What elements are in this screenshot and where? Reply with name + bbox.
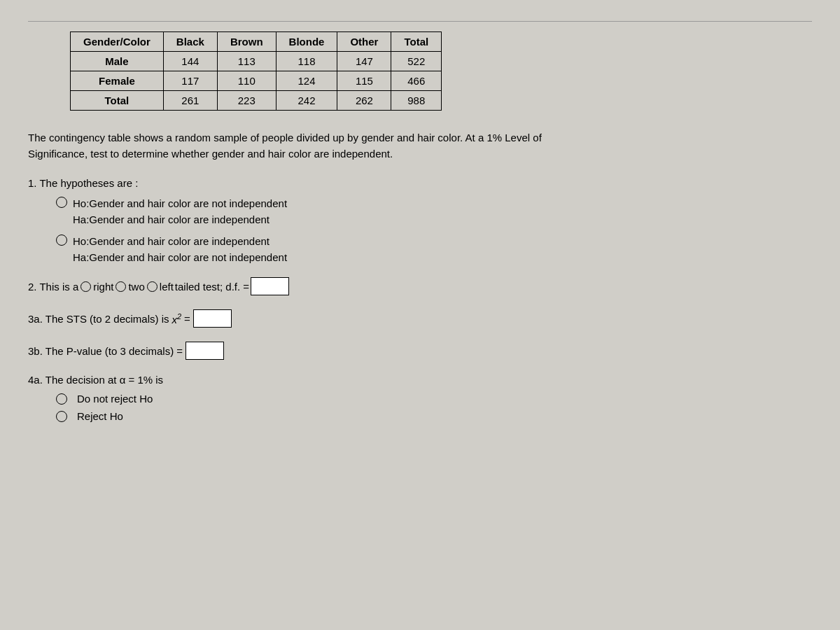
col-header-brown: Brown [217, 32, 276, 52]
q2-right-text: right [93, 281, 113, 293]
q1-option2-sub-text: Ha:Gender and hair color are not indepen… [73, 251, 287, 263]
cell-total-blonde: 242 [276, 91, 337, 111]
q4-option1-text: Do not reject Ho [77, 393, 153, 405]
question-4: 4a. The decision at α = 1% is Do not rej… [28, 374, 812, 422]
q4-title: 4a. The decision at α = 1% is [28, 374, 812, 386]
cell-total-brown: 223 [217, 91, 276, 111]
q1-option1-sub: Ha:Gender and hair color are independent [73, 214, 812, 225]
cell-female-other: 115 [337, 71, 391, 91]
q3a-label: 3a. The STS (to 2 decimals) is [28, 313, 169, 325]
question-3a: 3a. The STS (to 2 decimals) is x2 = [28, 309, 812, 328]
question-2: 2. This is a right two left tailed test;… [28, 277, 812, 295]
q2-radio-two[interactable] [115, 281, 126, 292]
question-3b: 3b. The P-value (to 3 decimals) = [28, 342, 812, 360]
cell-male-total: 522 [391, 52, 442, 71]
q4-option2-row: Reject Ho [56, 410, 812, 422]
q1-option2-sub: Ha:Gender and hair color are not indepen… [73, 251, 812, 263]
q3b-label: 3b. The P-value (to 3 decimals) = [28, 345, 183, 357]
q1-radio2[interactable] [56, 234, 67, 246]
q2-left-text: left [160, 281, 174, 293]
q1-option1-group: Ho:Gender and hair color are not indepen… [56, 196, 812, 225]
q3a-equals: = [184, 313, 190, 325]
cell-female-black: 117 [163, 71, 217, 91]
q4-option2-text: Reject Ho [77, 410, 123, 422]
description-text: The contingency table shows a random sam… [28, 130, 574, 162]
cell-female-blonde: 124 [276, 71, 337, 91]
q2-df-input[interactable] [251, 277, 289, 295]
top-divider [28, 21, 812, 22]
table-header-row: Gender/Color Black Brown Blonde Other To… [71, 32, 442, 52]
cell-male-black: 144 [163, 52, 217, 71]
table-row-male: Male 144 113 118 147 522 [71, 52, 442, 71]
q1-option1-sub-text: Ha:Gender and hair color are independent [73, 214, 270, 225]
chi-sq-symbol: x2 [172, 312, 181, 326]
contingency-table-wrapper: Gender/Color Black Brown Blonde Other To… [70, 31, 812, 111]
table-row-female: Female 117 110 124 115 466 [71, 71, 442, 91]
page-content: Gender/Color Black Brown Blonde Other To… [28, 14, 812, 443]
q4-option1-row: Do not reject Ho [56, 393, 812, 405]
contingency-table: Gender/Color Black Brown Blonde Other To… [70, 31, 442, 111]
cell-female-brown: 110 [217, 71, 276, 91]
q2-radio-left[interactable] [147, 281, 158, 292]
col-header-black: Black [163, 32, 217, 52]
cell-male-brown: 113 [217, 52, 276, 71]
q2-radio-right[interactable] [80, 281, 91, 292]
cell-total-label: Total [71, 91, 164, 111]
q1-option2-row: Ho:Gender and hair color are independent [56, 234, 812, 248]
col-header-total: Total [391, 32, 442, 52]
q3b-pvalue-input[interactable] [186, 342, 224, 360]
q4-radio1[interactable] [56, 393, 67, 405]
q4-radio2[interactable] [56, 411, 67, 422]
cell-male-label: Male [71, 52, 164, 71]
cell-female-total: 466 [391, 71, 442, 91]
cell-female-label: Female [71, 71, 164, 91]
q1-radio1[interactable] [56, 197, 67, 208]
col-header-blonde: Blonde [276, 32, 337, 52]
q1-option2-group: Ho:Gender and hair color are independent… [56, 234, 812, 263]
q2-tail-text: tailed test; d.f. = [175, 281, 249, 293]
table-row-total: Total 261 223 242 262 988 [71, 91, 442, 111]
q3a-sts-input[interactable] [193, 309, 232, 328]
cell-total-black: 261 [163, 91, 217, 111]
question-1: 1. The hypotheses are : Ho:Gender and ha… [28, 177, 812, 263]
q2-label: 2. This is a [28, 281, 78, 293]
cell-male-blonde: 118 [276, 52, 337, 71]
cell-total-total: 988 [391, 91, 442, 111]
cell-total-other: 262 [337, 91, 391, 111]
cell-male-other: 147 [337, 52, 391, 71]
q1-option2-text: Ho:Gender and hair color are independent [73, 234, 270, 248]
q1-option1-row: Ho:Gender and hair color are not indepen… [56, 196, 812, 211]
q2-two-text: two [128, 281, 144, 293]
q1-title: 1. The hypotheses are : [28, 177, 812, 189]
q4-options: Do not reject Ho Reject Ho [56, 393, 812, 422]
col-header-gender: Gender/Color [71, 32, 164, 52]
col-header-other: Other [337, 32, 391, 52]
q1-option1-text: Ho:Gender and hair color are not indepen… [73, 196, 287, 211]
